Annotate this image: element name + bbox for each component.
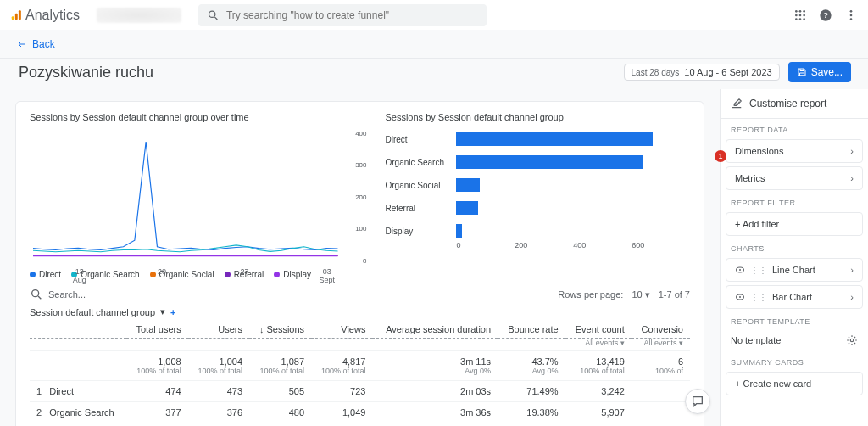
svg-line-4 xyxy=(214,16,217,19)
column-header[interactable]: Event count xyxy=(565,321,632,339)
bar-chart-body: DirectOrganic SearchOrganic SocialReferr… xyxy=(385,129,690,238)
back-link[interactable]: Back xyxy=(17,38,55,50)
svg-point-24 xyxy=(32,290,39,297)
bar-row: Organic Search xyxy=(385,155,690,169)
feedback-fab[interactable] xyxy=(685,389,710,414)
table-row[interactable]: 1 Direct4744735057232m 03s71.49%3,242 xyxy=(30,381,690,402)
bar-row: Organic Social xyxy=(385,178,690,192)
bar-row: Referral xyxy=(385,201,690,215)
chevron-right-icon: › xyxy=(850,173,854,183)
rows-per-page-select[interactable]: 10 ▾ xyxy=(632,289,649,300)
customise-panel: 1 Customise report REPORT DATA Dimension… xyxy=(720,89,868,426)
svg-point-6 xyxy=(799,10,802,13)
bar-x-axis: 0200400600 xyxy=(385,241,690,249)
more-icon[interactable] xyxy=(844,8,858,22)
data-table: Total usersUsers↓ SessionsViewsAverage s… xyxy=(30,321,690,426)
svg-rect-2 xyxy=(19,10,21,20)
svg-point-16 xyxy=(850,10,853,13)
panel-title: Customise report xyxy=(721,89,868,119)
svg-point-3 xyxy=(209,11,215,17)
chat-icon xyxy=(691,395,704,408)
table-controls: Search... Rows per page: 10 ▾ 1-7 of 7 xyxy=(30,288,690,301)
page-title: Pozyskiwanie ruchu xyxy=(19,64,153,81)
search-icon xyxy=(207,8,220,22)
arrow-left-icon xyxy=(17,39,27,49)
svg-rect-1 xyxy=(15,13,18,20)
save-icon xyxy=(797,67,807,77)
svg-point-8 xyxy=(795,14,798,16)
column-header[interactable]: ↓ Sessions xyxy=(249,321,311,339)
search-box[interactable] xyxy=(198,4,487,26)
report-card: Sessions by Session default channel grou… xyxy=(15,101,704,426)
svg-text:300: 300 xyxy=(355,161,367,169)
top-bar: Analytics ? xyxy=(0,0,868,30)
product-name: Analytics xyxy=(25,8,80,23)
add-filter-button[interactable]: + Add filter xyxy=(726,212,863,236)
gear-icon xyxy=(846,334,858,346)
create-card-button[interactable]: + Create new card xyxy=(726,372,863,395)
line-chart-svg: 4003002001000 xyxy=(30,129,368,265)
totals-row: 1,008100% of total1,004100% of total1,08… xyxy=(30,351,690,381)
eye-icon xyxy=(735,292,745,302)
svg-point-29 xyxy=(739,296,741,298)
search-icon xyxy=(30,288,43,301)
svg-point-11 xyxy=(795,18,798,20)
property-selector[interactable] xyxy=(97,8,181,23)
analytics-icon xyxy=(10,9,22,21)
svg-point-12 xyxy=(799,18,802,20)
product-logo[interactable]: Analytics xyxy=(10,8,80,23)
add-dimension-button[interactable]: + xyxy=(170,307,175,317)
rows-per-page-label: Rows per page: xyxy=(558,289,623,300)
column-header[interactable]: Total users xyxy=(126,321,188,339)
svg-text:?: ? xyxy=(823,11,828,20)
svg-point-30 xyxy=(850,339,854,342)
save-button[interactable]: Save... xyxy=(788,62,851,82)
customise-icon xyxy=(731,98,743,109)
date-range-picker[interactable]: Last 28 days 10 Aug - 6 Sept 2023 xyxy=(624,64,780,81)
chevron-right-icon: › xyxy=(850,146,854,156)
line-chart: Sessions by Session default channel grou… xyxy=(30,112,368,279)
svg-text:200: 200 xyxy=(355,193,367,201)
bar-chart-row[interactable]: ⋮⋮Bar Chart› xyxy=(726,285,863,309)
svg-point-13 xyxy=(803,18,805,20)
svg-text:400: 400 xyxy=(355,130,367,137)
svg-line-25 xyxy=(38,296,41,299)
metrics-badge: 1 xyxy=(715,150,726,162)
svg-point-10 xyxy=(803,14,805,16)
svg-point-7 xyxy=(803,10,805,13)
svg-text:100: 100 xyxy=(355,225,367,233)
column-header[interactable]: Bounce rate xyxy=(498,321,565,339)
help-icon[interactable]: ? xyxy=(819,8,832,22)
column-header[interactable]: Average session duration xyxy=(372,321,498,339)
svg-point-17 xyxy=(850,14,853,16)
eye-icon xyxy=(735,265,745,275)
svg-point-5 xyxy=(795,10,798,13)
svg-point-27 xyxy=(739,269,741,271)
sub-bar: Back xyxy=(0,30,868,59)
bar-chart: Sessions by Session default channel grou… xyxy=(385,112,690,279)
chevron-down-icon: ▾ xyxy=(160,306,165,317)
column-header[interactable]: Conversio xyxy=(632,321,690,339)
table-search[interactable]: Search... xyxy=(30,288,86,301)
line-x-axis: 13Aug202703Sept xyxy=(30,267,368,284)
search-input[interactable] xyxy=(226,9,478,21)
report-area: Sessions by Session default channel grou… xyxy=(0,89,720,426)
bar-row: Direct xyxy=(385,132,690,146)
table-row[interactable]: 3 Organic Social3939601178m 37s15%683 xyxy=(30,423,690,427)
column-header[interactable]: Views xyxy=(311,321,372,339)
line-chart-row[interactable]: ⋮⋮Line Chart› xyxy=(726,258,863,282)
table-row[interactable]: 2 Organic Search3773764801,0493m 36s19.3… xyxy=(30,402,690,423)
template-row[interactable]: No template xyxy=(721,329,868,351)
dimensions-row[interactable]: Dimensions› xyxy=(726,139,863,163)
svg-text:0: 0 xyxy=(363,257,367,265)
svg-point-18 xyxy=(850,18,853,20)
svg-rect-0 xyxy=(12,16,14,20)
metrics-row[interactable]: Metrics› xyxy=(726,166,863,190)
apps-icon[interactable] xyxy=(793,8,807,22)
column-header[interactable]: Users xyxy=(188,321,249,339)
page-indicator: 1-7 of 7 xyxy=(659,289,690,300)
bar-row: Display xyxy=(385,224,690,238)
dimension-header[interactable]: Session default channel group ▾ + xyxy=(30,306,690,317)
svg-point-9 xyxy=(799,14,802,16)
